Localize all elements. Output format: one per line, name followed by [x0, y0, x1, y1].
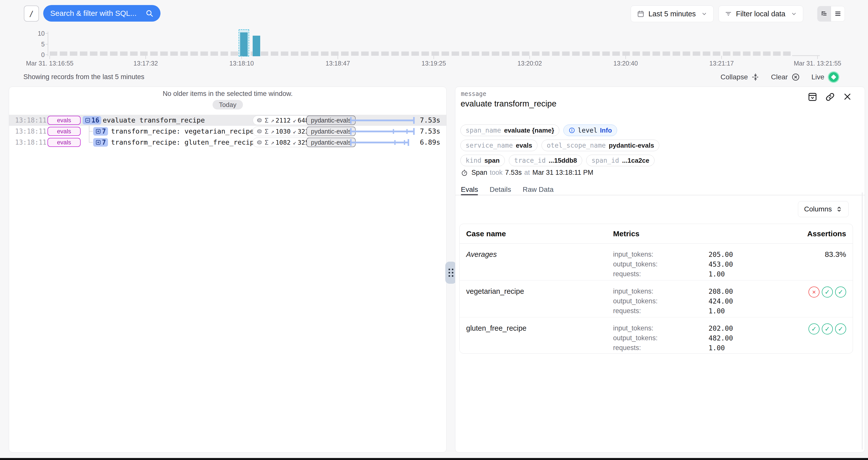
x-tick	[721, 56, 722, 59]
pill-value: pydantic-evals	[609, 142, 654, 150]
pill-key: span_name	[466, 127, 501, 134]
service-badge[interactable]: evals	[48, 127, 81, 136]
evals-table: Case name Metrics Assertions Averages in…	[459, 224, 853, 354]
trace-row[interactable]: 13:18:11 evals 16 evaluate transform_rec…	[9, 115, 446, 126]
columns-button[interactable]: Columns	[798, 201, 849, 217]
eval-case-row[interactable]: Averages input_tokens:205.00 output_toke…	[460, 243, 853, 281]
columns-button-label: Columns	[804, 205, 832, 213]
tab-evals[interactable]: Evals	[461, 184, 478, 195]
assertions-cell: ✓✓✓	[788, 323, 846, 334]
assertion-pass-icon: ✓	[822, 323, 833, 334]
x-tick	[529, 56, 530, 59]
trace-row[interactable]: 13:18:11 evals 7 transform_recipe: veget…	[9, 126, 446, 137]
attribute-pill[interactable]: span_name evaluate {name}	[460, 125, 559, 136]
pill-value: evaluate {name}	[504, 127, 554, 134]
token-metrics-pill: Σ ↗ 1030 ↙ 323	[253, 127, 313, 136]
attribute-pill[interactable]: trace_id ...15ddb8	[509, 155, 582, 166]
input-tokens-count: 1030	[276, 128, 290, 135]
view-mode-toggle	[817, 6, 845, 22]
clear-button[interactable]: Clear	[771, 73, 800, 81]
panel-resize-handle[interactable]	[445, 262, 456, 284]
assertion-pass-icon: ✓	[835, 323, 846, 334]
records-histogram[interactable]: 10 5 0 Mar 31. 13:16:55 13:17:32 13:18:1…	[0, 30, 868, 70]
eval-case-row[interactable]: vegetarian_recipe input_tokens:208.00 ou…	[460, 281, 853, 317]
token-metrics-pill: Σ ↗ 2112 ↙ 648	[253, 116, 313, 125]
topbar-right: Last 5 minutes Filter local data	[631, 5, 845, 22]
assertions-cell: ×✓✓	[788, 287, 846, 298]
span-timing-line: Span took 7.53s at Mar 31 13:18:11 PM	[461, 169, 593, 176]
pill-key: level	[578, 127, 597, 134]
evals-table-header: Case name Metrics Assertions	[460, 224, 853, 243]
filter-icon	[725, 10, 732, 17]
timing-duration: 7.53s	[505, 169, 522, 176]
stopwatch-icon	[461, 169, 468, 176]
x-tick-label: 13:20:02	[517, 60, 542, 67]
level-pill[interactable]: level Info	[563, 125, 617, 136]
case-name: gluten_free_recipe	[466, 323, 613, 332]
search-button[interactable]: Search & filter with SQL...	[43, 5, 160, 22]
assertion-fail-icon: ×	[808, 287, 819, 298]
attribute-pill[interactable]: otel_scope_name pydantic-evals	[541, 140, 659, 151]
timing-at: at	[524, 169, 530, 176]
list-view-toggle[interactable]	[831, 6, 845, 21]
attribute-pill[interactable]: kind span	[460, 155, 505, 166]
token-metrics-pill: Σ ↗ 1082 ↙ 325	[253, 138, 313, 147]
sigma-icon: Σ	[265, 139, 269, 146]
x-tick	[625, 56, 626, 59]
scrollbar[interactable]	[862, 192, 863, 450]
detail-tabbar: Evals Details Raw Data	[455, 184, 865, 195]
live-toggle[interactable]: Live	[811, 71, 839, 83]
time-range-label: Last 5 minutes	[649, 10, 696, 18]
time-range-dropdown[interactable]: Last 5 minutes	[631, 5, 714, 22]
service-badge[interactable]: evals	[48, 116, 81, 125]
circle-x-icon	[792, 73, 800, 81]
tab-details[interactable]: Details	[490, 184, 511, 195]
input-tokens-arrow-icon: ↗	[271, 139, 274, 145]
expand-children-chip[interactable]: 7	[93, 127, 108, 136]
collapse-button[interactable]: Collapse	[720, 73, 760, 81]
x-tick-label: 13:17:32	[133, 60, 158, 67]
dock-panel-icon[interactable]	[807, 92, 817, 102]
copy-link-icon[interactable]	[825, 92, 835, 102]
attribute-pill[interactable]: span_id ...1ca2ce	[586, 155, 654, 166]
pill-key: span_id	[591, 157, 619, 164]
collapse-children-chip[interactable]: 16	[83, 116, 101, 125]
span-name[interactable]: transform_recipe: vegetarian_recipe	[111, 126, 254, 137]
close-icon[interactable]	[843, 92, 852, 102]
histogram-bar[interactable]	[240, 32, 248, 56]
timing-timestamp: Mar 31 13:18:11 PM	[532, 169, 593, 176]
input-tokens-arrow-icon: ↗	[271, 117, 274, 124]
tab-raw-data[interactable]: Raw Data	[523, 184, 554, 195]
tree-view-toggle[interactable]	[817, 6, 831, 21]
input-tokens-count: 2112	[276, 117, 290, 124]
output-tokens-arrow-icon: ↙	[293, 128, 297, 135]
span-name[interactable]: transform_recipe: gluten_free_recipe	[111, 137, 258, 148]
trace-timestamp: 13:18:11	[15, 126, 46, 137]
span-name[interactable]: evaluate transform_recipe	[103, 115, 205, 126]
topbar: / Search & filter with SQL... Last 5 min…	[0, 0, 868, 28]
attribute-pills: span_name evaluate {name} level Info ser…	[460, 125, 659, 166]
chevron-down-icon	[701, 11, 707, 17]
pill-key: trace_id	[514, 157, 546, 164]
token-coin-icon	[256, 117, 262, 123]
live-indicator-icon	[828, 71, 839, 83]
service-badge[interactable]: evals	[48, 138, 81, 147]
duration-label: 7.53s	[420, 115, 440, 126]
date-divider-chip[interactable]: Today	[213, 100, 243, 109]
axis-tail-line	[792, 55, 820, 56]
case-name: vegetarian_recipe	[466, 287, 613, 296]
trace-list-panel: No older items in the selected time wind…	[9, 87, 446, 453]
showing-records-text: Showing records from the last 5 minutes	[23, 73, 145, 81]
expand-children-chip[interactable]: 7	[93, 138, 108, 146]
eval-case-row[interactable]: gluten_free_recipe input_tokens:202.00 o…	[460, 317, 853, 354]
output-tokens-arrow-icon: ↙	[293, 117, 297, 124]
histogram-bar[interactable]	[253, 36, 260, 56]
filter-local-data-dropdown[interactable]: Filter local data	[719, 5, 803, 22]
collapse-label: Collapse	[720, 73, 748, 81]
y-tick	[45, 44, 48, 44]
attribute-pill[interactable]: service_name evals	[460, 140, 537, 151]
x-tick-label: Mar 31. 13:21:55	[794, 60, 841, 67]
trace-row[interactable]: 13:18:11 evals 7 transform_recipe: glute…	[9, 137, 446, 148]
col-assertions: Assertions	[788, 230, 846, 238]
timing-span: Span	[471, 169, 487, 176]
